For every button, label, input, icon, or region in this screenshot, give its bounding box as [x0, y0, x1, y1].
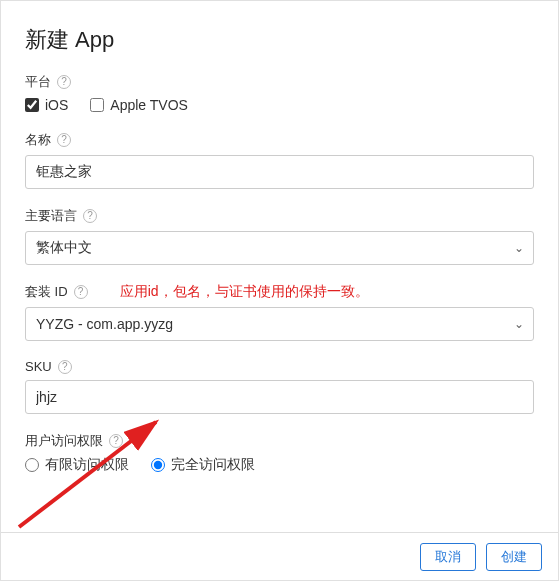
ios-label: iOS	[45, 97, 68, 113]
bundle-annotation: 应用id，包名，与证书使用的保持一致。	[120, 283, 369, 301]
full-access-label: 完全访问权限	[171, 456, 255, 474]
ios-checkbox-wrap[interactable]: iOS	[25, 97, 68, 113]
bundle-field: 套装 ID ? 应用id，包名，与证书使用的保持一致。 ⌄	[25, 283, 534, 341]
access-field: 用户访问权限 ? 有限访问权限 完全访问权限	[25, 432, 534, 474]
bundle-label: 套装 ID	[25, 283, 68, 301]
language-select[interactable]	[25, 231, 534, 265]
limited-access-label: 有限访问权限	[45, 456, 129, 474]
tvos-checkbox[interactable]	[90, 98, 104, 112]
create-button[interactable]: 创建	[486, 543, 542, 571]
dialog-title: 新建 App	[25, 25, 534, 55]
limited-access-option[interactable]: 有限访问权限	[25, 456, 129, 474]
help-icon[interactable]: ?	[83, 209, 97, 223]
sku-input[interactable]	[25, 380, 534, 414]
sku-field: SKU ?	[25, 359, 534, 414]
dialog-footer: 取消 创建	[1, 532, 558, 580]
access-label: 用户访问权限	[25, 432, 103, 450]
platform-field: 平台 ? iOS Apple TVOS	[25, 73, 534, 113]
bundle-select[interactable]	[25, 307, 534, 341]
help-icon[interactable]: ?	[74, 285, 88, 299]
name-label: 名称	[25, 131, 51, 149]
sku-label: SKU	[25, 359, 52, 374]
help-icon[interactable]: ?	[58, 360, 72, 374]
platform-label: 平台	[25, 73, 51, 91]
language-label: 主要语言	[25, 207, 77, 225]
full-access-option[interactable]: 完全访问权限	[151, 456, 255, 474]
tvos-checkbox-wrap[interactable]: Apple TVOS	[90, 97, 188, 113]
language-field: 主要语言 ? ⌄	[25, 207, 534, 265]
tvos-label: Apple TVOS	[110, 97, 188, 113]
full-access-radio[interactable]	[151, 458, 165, 472]
name-field: 名称 ?	[25, 131, 534, 189]
ios-checkbox[interactable]	[25, 98, 39, 112]
help-icon[interactable]: ?	[57, 133, 71, 147]
limited-access-radio[interactable]	[25, 458, 39, 472]
help-icon[interactable]: ?	[109, 434, 123, 448]
cancel-button[interactable]: 取消	[420, 543, 476, 571]
help-icon[interactable]: ?	[57, 75, 71, 89]
name-input[interactable]	[25, 155, 534, 189]
